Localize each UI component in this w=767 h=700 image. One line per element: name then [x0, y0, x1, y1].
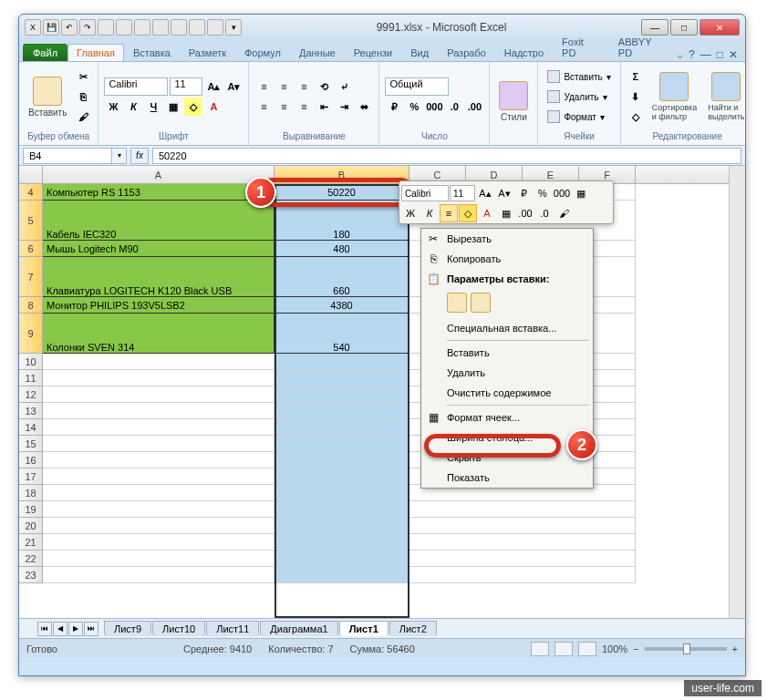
- tab-review[interactable]: Рецензи: [345, 44, 402, 61]
- select-all-corner[interactable]: [19, 166, 43, 183]
- cell[interactable]: [275, 370, 409, 386]
- minimize-ribbon-icon[interactable]: ⌵: [677, 48, 683, 61]
- indent-inc-icon[interactable]: ⇥: [335, 98, 353, 116]
- row-header[interactable]: 20: [19, 518, 43, 534]
- cell[interactable]: [43, 452, 275, 468]
- cm-cut[interactable]: ✂Вырезать: [421, 229, 593, 249]
- name-box-dropdown-icon[interactable]: ▾: [112, 148, 127, 164]
- tab-next-icon[interactable]: ▶: [68, 622, 83, 636]
- mt-grow-font-icon[interactable]: A▴: [476, 184, 494, 202]
- cell[interactable]: [43, 551, 275, 567]
- cut-icon[interactable]: ✂: [74, 67, 92, 86]
- cell[interactable]: 540: [275, 314, 409, 354]
- qat-redo-icon[interactable]: ↷: [79, 19, 96, 36]
- cell[interactable]: [43, 485, 275, 501]
- comma-icon[interactable]: 000: [425, 98, 443, 116]
- clear-icon[interactable]: ◇: [627, 108, 645, 126]
- row-header[interactable]: 13: [19, 403, 43, 419]
- zoom-out-icon[interactable]: −: [633, 643, 638, 654]
- col-header-a[interactable]: A: [43, 166, 275, 183]
- cell[interactable]: Колонки SVEN 314: [43, 314, 275, 354]
- sheet-tab[interactable]: Диаграмма1: [260, 621, 337, 636]
- mt-comma-icon[interactable]: 000: [553, 184, 571, 202]
- row-header[interactable]: 11: [19, 370, 43, 386]
- row-header[interactable]: 5: [19, 201, 43, 241]
- mt-shrink-font-icon[interactable]: A▾: [495, 184, 513, 202]
- row-header[interactable]: 6: [19, 241, 43, 257]
- row-header[interactable]: 12: [19, 386, 43, 403]
- tab-foxit[interactable]: Foxit PD: [553, 33, 609, 61]
- qat-undo-icon[interactable]: ↶: [61, 19, 78, 36]
- tab-abbyy[interactable]: ABBYY PD: [609, 33, 677, 61]
- qat-btn[interactable]: [116, 19, 132, 36]
- cell[interactable]: Мышь Logitech M90: [43, 241, 275, 257]
- view-break-icon[interactable]: [578, 642, 596, 656]
- formula-input[interactable]: 50220: [152, 148, 741, 164]
- cell[interactable]: [275, 403, 409, 419]
- tab-view[interactable]: Вид: [401, 44, 438, 61]
- grow-font-icon[interactable]: A▴: [204, 77, 223, 96]
- name-box[interactable]: B4: [23, 148, 112, 164]
- ribbon-close-icon[interactable]: ✕: [729, 48, 738, 61]
- row-header[interactable]: 4: [19, 184, 43, 201]
- font-name-combo[interactable]: Calibri: [104, 77, 168, 96]
- mt-font-color-icon[interactable]: A: [478, 204, 496, 222]
- cell[interactable]: 660: [275, 257, 409, 297]
- align-right-icon[interactable]: ≡: [295, 98, 313, 116]
- mt-align-center-icon[interactable]: ≡: [440, 204, 458, 222]
- cell[interactable]: 4380: [275, 297, 409, 314]
- cell[interactable]: Компьютер RS 1153: [43, 184, 275, 201]
- qat-btn[interactable]: [98, 19, 114, 36]
- cell[interactable]: [275, 436, 409, 452]
- number-format-combo[interactable]: Общий: [385, 77, 449, 96]
- cm-paste-special[interactable]: Специальная вставка...: [421, 318, 593, 338]
- cell[interactable]: [275, 518, 409, 534]
- row-header[interactable]: 15: [19, 436, 43, 452]
- align-top-icon[interactable]: ≡: [254, 77, 273, 96]
- font-color-button[interactable]: A: [204, 98, 223, 116]
- mt-percent-icon[interactable]: %: [534, 184, 552, 202]
- help-icon[interactable]: ?: [689, 48, 695, 61]
- sheet-tab[interactable]: Лист11: [206, 621, 259, 636]
- find-select-button[interactable]: Найти и выделить: [704, 70, 748, 123]
- format-cells-button[interactable]: Формат ▾: [544, 108, 614, 126]
- tab-addins[interactable]: Надстро: [495, 44, 553, 61]
- cell[interactable]: [43, 386, 275, 403]
- zoom-slider[interactable]: [645, 647, 727, 651]
- cell[interactable]: [275, 534, 409, 551]
- cell[interactable]: [409, 567, 636, 583]
- cell[interactable]: [409, 534, 636, 551]
- cell[interactable]: [275, 386, 409, 403]
- tab-last-icon[interactable]: ⏭: [84, 622, 98, 636]
- cell[interactable]: [275, 419, 409, 436]
- row-header[interactable]: 14: [19, 419, 43, 436]
- cm-format-cells[interactable]: ▦Формат ячеек...: [421, 407, 593, 427]
- ribbon-option-icon[interactable]: —: [700, 48, 711, 61]
- qat-btn[interactable]: [171, 19, 187, 36]
- dec-decimal-icon[interactable]: .00: [465, 98, 483, 116]
- fx-button[interactable]: fx: [130, 148, 149, 164]
- cell[interactable]: [275, 551, 409, 567]
- qat-btn[interactable]: [134, 19, 150, 36]
- cm-clear[interactable]: Очистить содержимое: [421, 383, 593, 403]
- cell[interactable]: [275, 452, 409, 468]
- tab-data[interactable]: Данные: [290, 44, 345, 61]
- bold-button[interactable]: Ж: [104, 98, 122, 116]
- row-header[interactable]: 7: [19, 257, 43, 297]
- cell[interactable]: [409, 518, 636, 534]
- merge-icon[interactable]: ⬌: [355, 98, 373, 116]
- sheet-tab[interactable]: Лист1: [339, 621, 389, 636]
- indent-dec-icon[interactable]: ⇤: [315, 98, 333, 116]
- cell[interactable]: [275, 485, 409, 501]
- excel-icon[interactable]: X: [25, 19, 41, 36]
- underline-button[interactable]: Ч: [144, 98, 162, 116]
- qat-more-icon[interactable]: ▾: [225, 19, 242, 36]
- fill-color-button[interactable]: ◇: [184, 98, 202, 116]
- mt-borders-btn[interactable]: ▦: [497, 204, 515, 222]
- cm-copy[interactable]: ⎘Копировать: [421, 249, 593, 269]
- sheet-tab[interactable]: Лист2: [389, 621, 437, 636]
- qat-btn[interactable]: [207, 19, 223, 36]
- shrink-font-icon[interactable]: A▾: [224, 77, 243, 96]
- fill-icon[interactable]: ⬇: [627, 88, 645, 106]
- cell[interactable]: [275, 501, 409, 518]
